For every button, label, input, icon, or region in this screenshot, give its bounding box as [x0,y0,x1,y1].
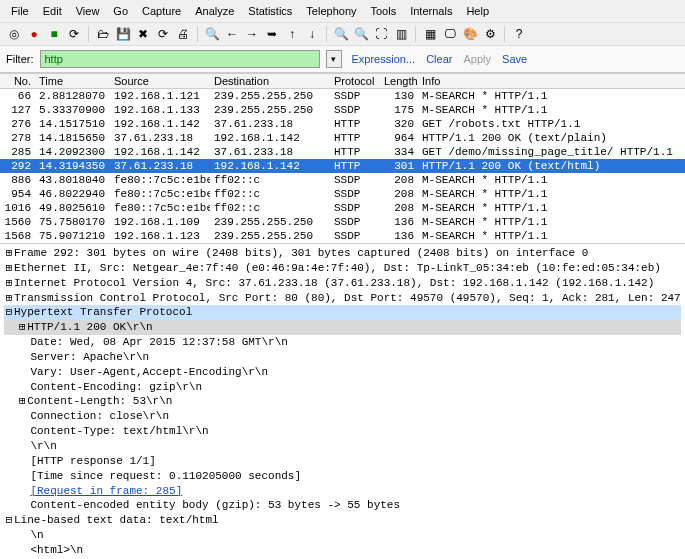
filter-clear-button[interactable]: Clear [422,53,456,65]
http-status-line[interactable]: HTTP/1.1 200 OK\r\n [27,321,152,333]
packet-row[interactable]: 101649.8025610fe80::7c5c:e1be:654ff02::c… [0,201,685,215]
http-server[interactable]: Server: Apache\r\n [30,351,149,363]
filter-dropdown-icon[interactable]: ▾ [326,50,342,68]
expand-icon[interactable]: ⊞ [17,394,27,409]
close-icon[interactable]: ✖ [135,26,151,42]
ip-line[interactable]: Internet Protocol Version 4, Src: 37.61.… [14,277,654,289]
menu-view[interactable]: View [69,2,107,20]
cell-src: fe80::7c5c:e1be:654 [110,187,210,201]
prefs-icon[interactable]: ⚙ [482,26,498,42]
http-crlf[interactable]: \r\n [30,440,56,452]
body-line[interactable]: <html>\n [30,544,83,556]
menu-file[interactable]: File [4,2,36,20]
restart-icon[interactable]: ⟳ [66,26,82,42]
col-time[interactable]: Time [35,74,110,88]
expand-icon[interactable]: ⊞ [4,246,14,261]
cell-time: 43.8018040 [35,173,110,187]
cell-time: 46.8022940 [35,187,110,201]
print-icon[interactable]: 🖨 [175,26,191,42]
cell-proto: SSDP [330,201,380,215]
filter-expression-link[interactable]: Expression... [348,53,420,65]
display-filter-icon[interactable]: 🖵 [442,26,458,42]
filter-apply-button[interactable]: Apply [460,53,496,65]
http-content-encoding[interactable]: Content-Encoding: gzip\r\n [30,381,202,393]
packet-row[interactable]: 662.88128070192.168.1.121239.255.255.250… [0,89,685,103]
coloring-icon[interactable]: 🎨 [462,26,478,42]
filter-input[interactable] [40,50,320,68]
interfaces-icon[interactable]: ◎ [6,26,22,42]
cell-src: 192.168.1.109 [110,215,210,229]
cell-info: GET /robots.txt HTTP/1.1 [418,117,685,131]
menu-tools[interactable]: Tools [364,2,404,20]
capture-filter-icon[interactable]: ▦ [422,26,438,42]
goend-icon[interactable]: ↓ [304,26,320,42]
col-info[interactable]: Info [418,74,685,88]
menu-statistics[interactable]: Statistics [241,2,299,20]
http-title-line[interactable]: Hypertext Transfer Protocol [14,306,192,318]
expand-icon[interactable]: ⊞ [4,276,14,291]
collapse-icon[interactable]: ⊟ [4,305,14,320]
frame-line[interactable]: Frame 292: 301 bytes on wire (2408 bits)… [14,247,588,259]
menu-analyze[interactable]: Analyze [188,2,241,20]
reload-icon[interactable]: ⟳ [155,26,171,42]
http-content-length[interactable]: Content-Length: 53\r\n [27,395,172,407]
zoomout-icon[interactable]: 🔍 [353,26,369,42]
menu-capture[interactable]: Capture [135,2,188,20]
packet-row[interactable]: 28514.2092300192.168.1.14237.61.233.18HT… [0,145,685,159]
forward-icon[interactable]: → [244,26,260,42]
filter-save-button[interactable]: Save [498,53,531,65]
packet-row[interactable]: 29214.319435037.61.233.18192.168.1.142HT… [0,159,685,173]
packet-row[interactable]: 27614.1517510192.168.1.14237.61.233.18HT… [0,117,685,131]
cell-no: 1560 [0,215,35,229]
ethernet-line[interactable]: Ethernet II, Src: Netgear_4e:7f:40 (e0:4… [14,262,661,274]
http-vary[interactable]: Vary: User-Agent,Accept-Encoding\r\n [30,366,268,378]
linebased-title[interactable]: Line-based text data: text/html [14,514,219,526]
gostart-icon[interactable]: ↑ [284,26,300,42]
http-content-type[interactable]: Content-Type: text/html\r\n [30,425,208,437]
col-destination[interactable]: Destination [210,74,330,88]
packet-row[interactable]: 27814.181565037.61.233.18192.168.1.142HT… [0,131,685,145]
save-icon[interactable]: 💾 [115,26,131,42]
col-no[interactable]: No. [0,74,35,88]
expand-icon[interactable]: ⊞ [17,320,27,335]
resize-cols-icon[interactable]: ▥ [393,26,409,42]
packet-details: ⊞Frame 292: 301 bytes on wire (2408 bits… [0,244,685,559]
menu-internals[interactable]: Internals [403,2,459,20]
col-length[interactable]: Length [380,74,418,88]
stop-capture-icon[interactable]: ■ [46,26,62,42]
tcp-line[interactable]: Transmission Control Protocol, Src Port:… [14,292,681,304]
http-entity-body[interactable]: Content-encoded entity body (gzip): 53 b… [30,499,400,511]
packet-row[interactable]: 95446.8022940fe80::7c5c:e1be:654ff02::cS… [0,187,685,201]
http-response-num[interactable]: [HTTP response 1/1] [30,455,155,467]
col-source[interactable]: Source [110,74,210,88]
goto-icon[interactable]: ➥ [264,26,280,42]
open-icon[interactable]: 🗁 [95,26,111,42]
back-icon[interactable]: ← [224,26,240,42]
normalsize-icon[interactable]: ⛶ [373,26,389,42]
expand-icon[interactable]: ⊞ [4,261,14,276]
find-icon[interactable]: 🔍 [204,26,220,42]
menu-go[interactable]: Go [106,2,135,20]
cell-proto: SSDP [330,215,380,229]
menu-edit[interactable]: Edit [36,2,69,20]
packet-row[interactable]: 156075.7580170192.168.1.109239.255.255.2… [0,215,685,229]
http-date[interactable]: Date: Wed, 08 Apr 2015 12:37:58 GMT\r\n [30,336,287,348]
menu-help[interactable]: Help [459,2,496,20]
separator [326,26,327,42]
cell-time: 75.7580170 [35,215,110,229]
http-connection[interactable]: Connection: close\r\n [30,410,169,422]
packet-row[interactable]: 1275.33370900192.168.1.133239.255.255.25… [0,103,685,117]
expand-icon[interactable]: ⊞ [4,291,14,306]
help-icon[interactable]: ? [511,26,527,42]
menu-telephony[interactable]: Telephony [299,2,363,20]
http-request-frame-link[interactable]: [Request in frame: 285] [30,485,182,497]
cell-no: 954 [0,187,35,201]
packet-row[interactable]: 156875.9071210192.168.1.123239.255.255.2… [0,229,685,243]
body-line[interactable]: \n [30,529,43,541]
packet-row[interactable]: 88643.8018040fe80::7c5c:e1be:654ff02::cS… [0,173,685,187]
collapse-icon[interactable]: ⊟ [4,513,14,528]
zoomin-icon[interactable]: 🔍 [333,26,349,42]
col-protocol[interactable]: Protocol [330,74,380,88]
start-capture-icon[interactable]: ● [26,26,42,42]
http-time-since-request[interactable]: [Time since request: 0.110205000 seconds… [30,470,301,482]
